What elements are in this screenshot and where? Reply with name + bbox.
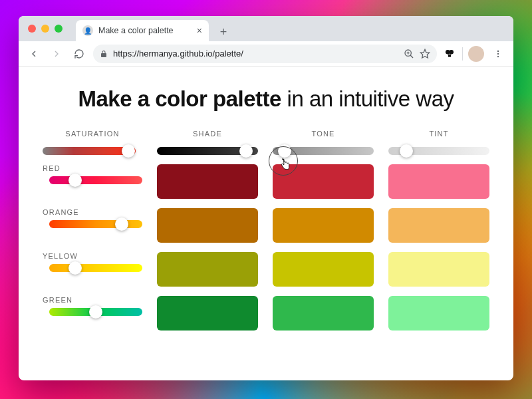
swatch-red-shade[interactable] xyxy=(157,164,258,199)
menu-button[interactable] xyxy=(489,45,507,63)
row-label-text: ORANGE xyxy=(43,208,79,216)
toolbar-divider xyxy=(462,47,463,61)
hue-slider-green[interactable] xyxy=(49,308,142,316)
column-header-tint: TINT xyxy=(388,130,489,138)
swatch-orange-shade[interactable] xyxy=(157,208,258,243)
lock-icon xyxy=(100,50,108,58)
shade-slider-thumb[interactable] xyxy=(239,144,253,158)
column-header-saturation: SATURATION xyxy=(43,130,142,138)
svg-point-8 xyxy=(497,50,499,51)
url-text: https://hermanya.github.io/palette/ xyxy=(113,49,398,59)
swatch-orange-tone[interactable] xyxy=(273,208,374,243)
window-controls xyxy=(24,16,66,41)
new-tab-button[interactable]: + xyxy=(214,23,233,41)
swatch-orange-tint[interactable] xyxy=(388,208,489,243)
zoom-icon[interactable] xyxy=(404,49,414,59)
forward-button[interactable] xyxy=(48,45,65,63)
swatch-green-shade[interactable] xyxy=(157,296,258,331)
reload-button[interactable] xyxy=(70,45,88,63)
row-label-text: YELLOW xyxy=(43,252,78,260)
page-content: Make a color palette in an intuitive way… xyxy=(19,66,513,380)
star-icon[interactable] xyxy=(420,49,430,59)
tab-close-button[interactable]: × xyxy=(197,26,202,35)
column-header-tone: TONE xyxy=(273,130,374,138)
row-label-orange: ORANGE xyxy=(43,208,142,243)
browser-toolbar: https://hermanya.github.io/palette/ xyxy=(19,41,513,66)
tone-slider[interactable] xyxy=(273,147,374,155)
row-label-text: RED xyxy=(43,164,61,172)
svg-line-1 xyxy=(410,55,413,58)
desktop-wallpaper: 👤 Make a color palette × + https://herma… xyxy=(0,0,532,399)
saturation-slider[interactable] xyxy=(43,147,136,155)
tab-strip: 👤 Make a color palette × + xyxy=(19,16,513,41)
address-bar[interactable]: https://hermanya.github.io/palette/ xyxy=(93,45,437,63)
zoom-window-button[interactable] xyxy=(55,25,63,33)
svg-point-9 xyxy=(497,53,499,54)
swatch-yellow-shade[interactable] xyxy=(157,252,258,287)
extension-icon[interactable] xyxy=(442,47,457,61)
browser-tab-active[interactable]: 👤 Make a color palette × xyxy=(76,20,209,41)
swatch-yellow-tint[interactable] xyxy=(388,252,489,287)
hue-slider-thumb[interactable] xyxy=(115,217,128,231)
tint-slider-thumb[interactable] xyxy=(400,144,413,158)
browser-window: 👤 Make a color palette × + https://herma… xyxy=(19,16,513,380)
svg-point-6 xyxy=(449,50,454,55)
swatch-yellow-tone[interactable] xyxy=(273,252,374,287)
svg-point-10 xyxy=(497,55,499,57)
column-header-shade: SHADE xyxy=(157,130,258,138)
row-label-text: GREEN xyxy=(43,296,72,304)
row-label-red: RED xyxy=(43,164,142,199)
back-button[interactable] xyxy=(25,45,43,63)
shade-slider[interactable] xyxy=(157,147,258,155)
favicon-icon: 👤 xyxy=(82,25,93,36)
profile-avatar[interactable] xyxy=(468,46,484,62)
close-window-button[interactable] xyxy=(28,25,36,33)
svg-marker-4 xyxy=(420,49,429,58)
hue-slider-thumb[interactable] xyxy=(68,261,82,275)
row-label-yellow: YELLOW xyxy=(43,252,142,287)
tab-title: Make a color palette xyxy=(98,26,192,35)
swatch-red-tone[interactable] xyxy=(273,164,374,199)
page-title: Make a color palette in an intuitive way xyxy=(43,85,489,112)
saturation-slider-thumb[interactable] xyxy=(122,144,135,158)
row-label-green: GREEN xyxy=(43,296,142,331)
swatch-green-tone[interactable] xyxy=(273,296,374,331)
swatch-red-tint[interactable] xyxy=(388,164,489,199)
hue-slider-thumb[interactable] xyxy=(89,305,102,319)
hue-slider-yellow[interactable] xyxy=(49,264,142,272)
svg-rect-7 xyxy=(448,54,451,57)
tone-slider-thumb[interactable] xyxy=(278,144,291,158)
minimize-window-button[interactable] xyxy=(41,25,49,33)
hue-slider-orange[interactable] xyxy=(49,220,142,228)
tint-slider[interactable] xyxy=(388,147,489,155)
hue-slider-thumb[interactable] xyxy=(68,174,82,187)
swatch-green-tint[interactable] xyxy=(388,296,489,331)
hue-slider-red[interactable] xyxy=(49,176,142,184)
palette-grid: SATURATION SHADE TONE TINT REDORAN xyxy=(43,130,489,331)
